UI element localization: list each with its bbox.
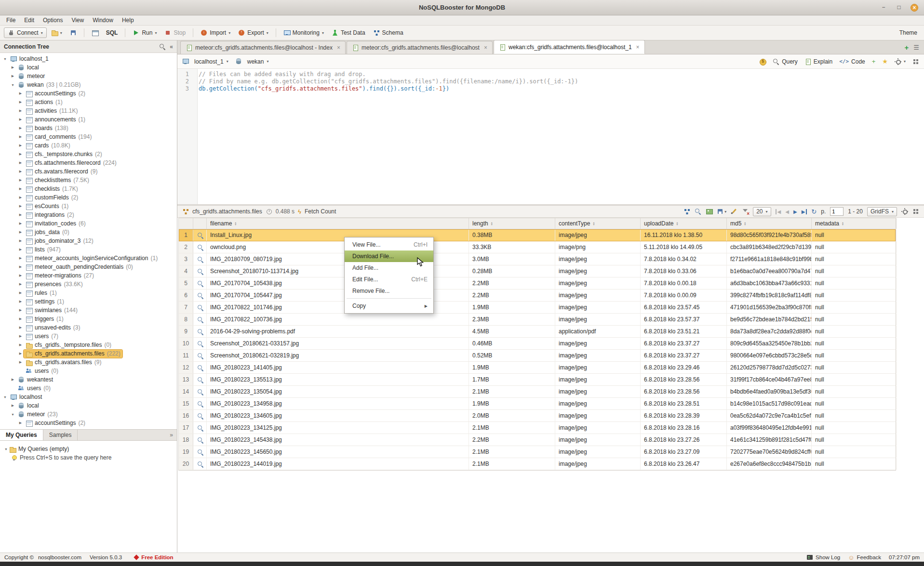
menu-item[interactable]: Options — [39, 16, 67, 25]
column-header[interactable]: metadata ▲▼ — [812, 218, 897, 229]
expand-arrow-icon[interactable]: ▶ — [17, 152, 24, 156]
table-row[interactable]: 5 IMG_20170704_105438.jpg 2.2MB image/jp… — [179, 277, 896, 290]
tree-item[interactable]: ▶ meteor — [0, 72, 177, 80]
context-menu-item[interactable]: Remove File... ▶ — [345, 285, 433, 297]
query-button[interactable]: Query — [773, 58, 798, 65]
tree-item[interactable]: ▶ integrations (2) — [0, 211, 177, 219]
tree-item[interactable]: ▶ meteor-migrations (27) — [0, 271, 177, 280]
tree-item[interactable]: ▶ meteor_oauth_pendingCredentials (0) — [0, 263, 177, 271]
minimize-button[interactable]: − — [880, 4, 887, 12]
expand-arrow-icon[interactable]: ▶ — [17, 317, 24, 321]
layout-icon[interactable] — [912, 58, 919, 65]
tree-item[interactable]: ▶ cfs_gridfs.attachments.files (222) — [0, 349, 177, 358]
expand-arrow-icon[interactable]: ▶ — [17, 109, 24, 113]
view-document-icon[interactable] — [193, 446, 207, 458]
table-row[interactable]: 16 IMG_20180223_134605.jpg 2.0MB image/j… — [179, 410, 896, 422]
view-document-icon[interactable] — [193, 362, 207, 373]
column-header[interactable]: length ▲▼ — [469, 218, 555, 229]
column-header[interactable]: filename ▲▼ — [207, 218, 469, 229]
site-link[interactable]: nosqlbooster.com — [38, 554, 81, 560]
tree-item[interactable]: ▶ jobs_data (0) — [0, 228, 177, 237]
column-header[interactable]: uploadDate ▲▼ — [641, 218, 727, 229]
tree-item[interactable]: ▶ cfs_gridfs.avatars.files (9) — [0, 358, 177, 367]
table-row[interactable]: 12 IMG_20180223_141405.jpg 1.9MB image/j… — [179, 362, 896, 374]
view-document-icon[interactable] — [193, 350, 207, 361]
menu-item[interactable]: Window — [88, 16, 118, 25]
monitoring-button[interactable]: Monitoring ▾ — [280, 28, 327, 38]
expand-arrow-icon[interactable]: ▶ — [17, 256, 24, 260]
sql-button[interactable]: SQL — [103, 28, 121, 38]
view-document-icon[interactable] — [193, 241, 207, 253]
tree-item[interactable]: ▶ accountSettings (2) — [0, 419, 177, 427]
save-button[interactable] — [67, 28, 80, 38]
tree-item[interactable]: ▶ cfs.avatars.filerecord (9) — [0, 167, 177, 176]
view-document-icon[interactable] — [193, 410, 207, 421]
table-row[interactable]: 10 Screenshot_20180621-033157.jpg 0.46MB… — [179, 338, 896, 350]
query-editor[interactable]: 1// Files can be added easily with drag … — [177, 69, 924, 204]
expand-arrow-icon[interactable]: ▶ — [17, 291, 24, 295]
tree-item[interactable]: ▶ activities (11.1K) — [0, 106, 177, 115]
expand-arrow-icon[interactable]: ▶ — [17, 265, 24, 269]
tree-item[interactable]: users (0) — [0, 367, 177, 375]
editor-tab[interactable]: meteor:cfs_gridfs.attachments.files@loca… — [180, 41, 346, 54]
feedback-button[interactable]: ☺ Feedback — [848, 554, 881, 561]
tree-item[interactable]: ▶ customFields (2) — [0, 193, 177, 202]
column-header[interactable]: md5 ▲▼ — [727, 218, 812, 229]
expand-arrow-icon[interactable]: ▶ — [17, 144, 24, 147]
expand-arrow-icon[interactable]: ▶ — [10, 74, 16, 78]
view-document-icon[interactable] — [193, 290, 207, 301]
menu-item[interactable]: Edit — [20, 16, 39, 25]
tree-item[interactable]: ▶ accountSettings (2) — [0, 89, 177, 98]
expand-arrow-icon[interactable]: ▶ — [17, 135, 24, 139]
context-menu-item[interactable]: Copy ▶ — [345, 300, 433, 312]
tree-item[interactable]: ▶ presences (33.6K) — [0, 280, 177, 289]
edit-document-icon[interactable] — [731, 208, 737, 215]
favorites-icon[interactable]: ★ — [882, 58, 888, 65]
table-row[interactable]: 20 IMG_20180223_144019.jpg 2.1MB image/j… — [179, 458, 896, 470]
view-document-icon[interactable] — [193, 253, 207, 265]
table-row[interactable]: 14 IMG_20180223_135054.jpg 2.1MB image/j… — [179, 386, 896, 398]
last-page-button[interactable]: ▶ — [802, 209, 807, 214]
table-row[interactable]: 11 Screenshot_20180621-032819.jpg 0.52MB… — [179, 350, 896, 362]
expand-arrow-icon[interactable]: ▶ — [17, 343, 24, 347]
view-document-icon[interactable] — [193, 302, 207, 313]
view-document-icon[interactable] — [193, 398, 207, 409]
tree-item[interactable]: ▶ local — [0, 63, 177, 72]
expand-arrow-icon[interactable]: ▶ — [17, 300, 24, 303]
menu-item[interactable]: File — [2, 16, 20, 25]
expand-arrow-icon[interactable]: ▶ — [17, 248, 24, 251]
tree-item[interactable]: ▶ cfs_gridfs._tempstore.files (0) — [0, 341, 177, 349]
view-document-icon[interactable] — [193, 314, 207, 325]
test-data-button[interactable]: Test Data — [328, 28, 369, 38]
menu-item[interactable]: View — [67, 16, 88, 25]
first-page-button[interactable]: ◀ — [776, 209, 781, 214]
view-document-icon[interactable] — [193, 326, 207, 337]
expand-arrow-icon[interactable]: ▶ — [17, 274, 24, 277]
fetch-count-button[interactable]: Fetch Count — [305, 208, 336, 215]
expand-arrow-icon[interactable]: ▼ — [2, 57, 8, 61]
expand-arrow-icon[interactable]: ▶ — [17, 187, 24, 191]
tree-item[interactable]: ▶ swimlanes (144) — [0, 306, 177, 315]
expand-arrow-icon[interactable]: ▶ — [17, 161, 24, 165]
close-tab-icon[interactable]: × — [337, 44, 340, 51]
column-header[interactable]: contentType ▲▼ — [555, 218, 641, 229]
expand-arrow-icon[interactable]: ▶ — [10, 378, 16, 382]
expand-arrow-icon[interactable]: ▶ — [17, 360, 24, 364]
expand-arrow-icon[interactable]: ▶ — [17, 222, 24, 225]
tree-item[interactable]: ▶ jobs_dominator_3 (12) — [0, 237, 177, 245]
expand-arrow-icon[interactable]: ▼ — [3, 448, 9, 451]
view-document-icon[interactable] — [193, 458, 207, 470]
sidebar-tab[interactable]: Samples — [43, 430, 78, 440]
tree-item[interactable]: ▼ meteor (23) — [0, 410, 177, 419]
tree-item[interactable]: ▶ announcements (1) — [0, 115, 177, 124]
view-document-icon[interactable] — [193, 386, 207, 397]
tree-item[interactable]: ▶ unsaved-edits (3) — [0, 323, 177, 332]
sidebar-tab[interactable]: My Queries — [0, 430, 43, 440]
close-tab-icon[interactable]: × — [636, 44, 640, 51]
tab-list-icon[interactable]: ☰ — [913, 44, 919, 51]
sort-icon[interactable]: ▲▼ — [744, 222, 746, 225]
expand-arrow-icon[interactable]: ▼ — [10, 413, 16, 416]
table-row[interactable]: 8 IMG_20170822_100736.jpg 2.3MB image/jp… — [179, 314, 896, 326]
tree-item[interactable]: ▶ boards (138) — [0, 124, 177, 132]
expand-arrow-icon[interactable]: ▶ — [17, 196, 24, 199]
